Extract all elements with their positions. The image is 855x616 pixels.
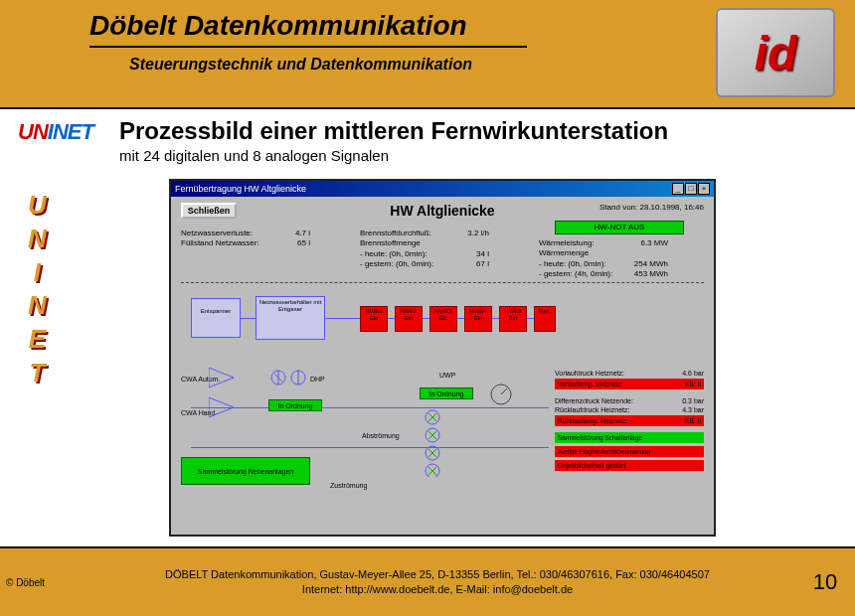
hwe-2: HWE2Ein: [395, 306, 423, 332]
logo-text: id: [755, 26, 797, 80]
hwe-3: HWE3Ein: [429, 306, 457, 332]
vorlauftemp-bar: Vorlauftemp. Heiznetz: KB. II: [555, 379, 704, 389]
uwp-label: UWP: [439, 372, 455, 379]
minimize-icon[interactable]: _: [672, 183, 684, 195]
netzwasser-box: Netzwasserbehälter mit Entgaser: [256, 296, 325, 340]
header-subtitle: Steuerungstechnik und Datenkommunikation: [89, 56, 716, 74]
gauge-icon: [489, 383, 513, 406]
flughindernis-bar: Ausfall Flughindernisbefeuerung: [555, 446, 704, 457]
hwe-1: HWE1Ein: [360, 306, 388, 332]
process-window: Fernübertragung HW Altglienicke _ □ × Sc…: [169, 179, 716, 537]
timestamp: Stand von: 28.10.1998, 16:46: [599, 203, 704, 212]
heat-exchanger-icon: [420, 407, 445, 477]
page-number: 10: [795, 569, 855, 595]
copyright: © Döbelt: [0, 577, 80, 588]
dhp-label: DHP: [310, 376, 325, 383]
zustroemung-label: Zuströmung: [330, 482, 367, 489]
measurement-panel: Vorlaufdruck Heiznetz:4.6 bar Vorlauftem…: [555, 368, 704, 471]
close-button[interactable]: Schließen: [181, 203, 237, 219]
abstroemung-label: Abströmung: [362, 432, 400, 439]
dhp-pumps-icon: [270, 366, 310, 395]
hwe-res: Res.: [534, 306, 556, 332]
sammelstoerung-box: Sammelstörung Nebenanlagen: [181, 457, 310, 485]
info-col-2: Brennstoffdurchfluß:3.2 l/h Brennstoffme…: [360, 229, 489, 270]
uninet-logo: UNINET: [18, 119, 93, 145]
info-col-1: Netzwasserverluste:4.7 l Füllstand Netzw…: [181, 229, 310, 249]
content-area: UNINET Prozessbild einer mittleren Fernw…: [0, 109, 855, 546]
hwe-4: HWE4Ein: [464, 306, 492, 332]
dhp-status: In Ordnung: [268, 399, 322, 411]
sammelstoerung-schalt-bar: Sammelstörung Schaltanlage: [555, 432, 704, 443]
uwp-status: In Ordnung: [420, 387, 473, 399]
footer: © Döbelt DÖBELT Datenkommunikation, Gust…: [0, 546, 855, 616]
svg-marker-0: [209, 368, 234, 387]
entspanner-box: Entspanner: [191, 298, 241, 338]
window-titlebar[interactable]: Fernübertragung HW Altglienicke _ □ ×: [171, 181, 714, 197]
cwa-triangles-icon: [209, 368, 239, 422]
svg-marker-1: [209, 397, 234, 417]
maximize-icon[interactable]: □: [685, 183, 697, 195]
page-title: Prozessbild einer mittleren Fernwirkunte…: [119, 117, 835, 145]
hwe-5: HWE5Ein: [499, 306, 527, 332]
info-col-3: Wärmeleistung:6.3 MW Wärmemenge - heute:…: [539, 238, 668, 280]
header: Döbelt Datenkommunikation Steuerungstech…: [0, 0, 855, 109]
objektsicherheit-bar: Objektsicherheit gestört: [555, 460, 704, 471]
page-subtitle: mit 24 digitalen und 8 analogen Signalen: [119, 147, 835, 164]
header-title: Döbelt Datenkommunikation: [89, 10, 527, 48]
not-aus-indicator: HW-NOT AUS: [555, 221, 684, 234]
footer-contact: DÖBELT Datenkommunikation, Gustav-Meyer-…: [80, 567, 795, 598]
window-body: Schließen HW Altglienicke Stand von: 28.…: [171, 197, 714, 537]
company-logo: id: [716, 8, 835, 97]
schematic-diagram: Entspanner Netzwasserbehälter mit Entgas…: [181, 288, 704, 529]
ruecklauftemp-bar: Rücklauftemp. Heiznetz: KB. II: [555, 415, 704, 426]
window-title: Fernübertragung HW Altglienicke: [175, 184, 306, 194]
divider: [181, 282, 704, 283]
sidebar-brand: UNINET: [28, 189, 47, 390]
close-icon[interactable]: ×: [698, 183, 710, 195]
